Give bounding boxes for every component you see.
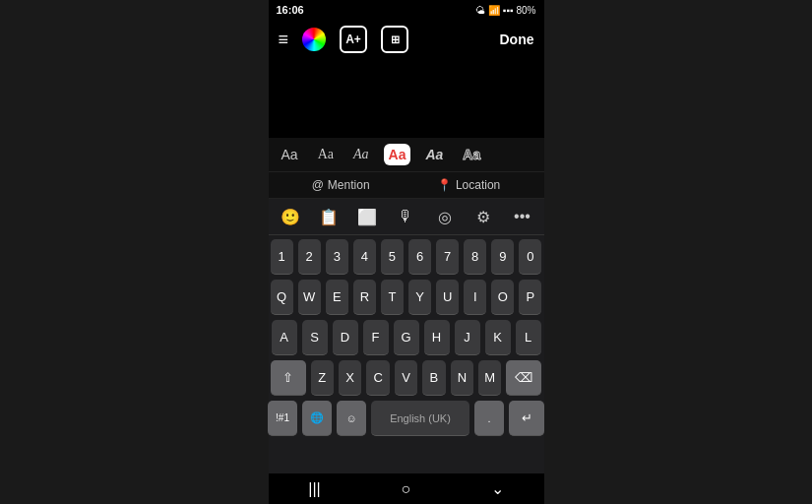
key-1[interactable]: 1 <box>271 239 293 275</box>
keyboard-accessories: 🙂 📋 ⬜ 🎙 ◎ ⚙ ••• <box>269 199 544 235</box>
key-i[interactable]: I <box>464 280 486 315</box>
key-6[interactable]: 6 <box>408 239 431 275</box>
key-t[interactable]: T <box>381 280 404 315</box>
num-switch-key[interactable]: !#1 <box>268 401 297 436</box>
bottom-row: !#1 🌐 ☺ English (UK) . ↵ <box>271 401 542 436</box>
app-toolbar: ≡ A+ ⊞ Done <box>269 20 544 59</box>
key-2[interactable]: 2 <box>298 239 321 275</box>
status-bar: 16:06 🌤 📶 ▪▪▪ 80% <box>269 0 544 20</box>
font-script[interactable]: Aa <box>348 144 374 165</box>
shift-key[interactable]: ⇧ <box>271 360 306 396</box>
font-regular[interactable]: Aa <box>277 144 303 165</box>
phone-screen: 16:06 🌤 📶 ▪▪▪ 80% ≡ A+ ⊞ Done Aa Aa Aa A… <box>269 0 544 504</box>
status-icons: 🌤 📶 ▪▪▪ 80% <box>475 5 536 16</box>
asdf-row: A S D F G H J K L <box>271 320 542 355</box>
qwerty-row: Q W E R T Y U I O P <box>271 280 542 315</box>
signal-icon: 📶 <box>488 5 500 16</box>
key-n[interactable]: N <box>451 360 473 396</box>
key-8[interactable]: 8 <box>464 239 486 275</box>
location-label: Location <box>456 178 500 192</box>
key-a[interactable]: A <box>272 320 297 355</box>
key-b[interactable]: B <box>422 360 445 396</box>
nav-back-icon[interactable]: ⌄ <box>491 479 504 498</box>
return-key[interactable]: ↵ <box>509 401 544 436</box>
period-key[interactable]: . <box>474 401 504 436</box>
nav-home-icon[interactable]: ○ <box>401 480 410 498</box>
nav-menu-icon[interactable]: ||| <box>308 480 320 498</box>
emoji-key[interactable]: ☺ <box>337 401 366 436</box>
key-y[interactable]: Y <box>408 280 431 315</box>
clipboard-icon[interactable]: 📋 <box>315 203 343 230</box>
key-f[interactable]: F <box>363 320 389 355</box>
key-0[interactable]: 0 <box>519 239 541 275</box>
image-insert-label: ⊞ <box>391 33 400 46</box>
settings-icon[interactable]: ⚙ <box>469 203 497 230</box>
key-j[interactable]: J <box>455 320 480 355</box>
key-d[interactable]: D <box>333 320 358 355</box>
spacebar[interactable]: English (UK) <box>371 401 469 436</box>
font-highlight[interactable]: Aa <box>384 144 411 165</box>
menu-icon[interactable]: ≡ <box>279 30 289 50</box>
done-button[interactable]: Done <box>500 32 534 47</box>
key-v[interactable]: V <box>395 360 417 396</box>
key-9[interactable]: 9 <box>491 239 514 275</box>
key-e[interactable]: E <box>326 280 348 315</box>
font-serif[interactable]: Aa <box>313 144 339 165</box>
emoji-acc-icon[interactable]: 🙂 <box>277 203 304 230</box>
key-p[interactable]: P <box>519 280 541 315</box>
key-m[interactable]: M <box>478 360 501 396</box>
mention-location-bar: @ Mention 📍 Location <box>269 172 544 199</box>
key-q[interactable]: Q <box>271 280 293 315</box>
location-button[interactable]: 📍 Location <box>437 178 500 192</box>
wifi-icon: ▪▪▪ <box>503 5 514 16</box>
globe-key[interactable]: 🌐 <box>302 401 332 436</box>
face-scan-icon[interactable]: ◎ <box>431 203 459 230</box>
right-background <box>544 0 812 504</box>
status-time: 16:06 <box>277 4 304 16</box>
key-s[interactable]: S <box>302 320 328 355</box>
mention-icon: @ <box>312 178 324 192</box>
mention-label: Mention <box>328 178 370 192</box>
color-wheel-button[interactable] <box>302 28 326 51</box>
number-row: 1 2 3 4 5 6 7 8 9 0 <box>271 239 542 275</box>
bottom-nav-bar: ||| ○ ⌄ <box>269 473 544 504</box>
key-w[interactable]: W <box>298 280 321 315</box>
image-insert-button[interactable]: ⊞ <box>381 26 408 53</box>
key-x[interactable]: X <box>339 360 361 396</box>
text-canvas[interactable] <box>269 59 544 138</box>
weather-icon: 🌤 <box>475 5 485 16</box>
more-icon[interactable]: ••• <box>508 203 535 230</box>
key-4[interactable]: 4 <box>353 239 376 275</box>
location-icon: 📍 <box>437 178 452 192</box>
key-h[interactable]: H <box>424 320 450 355</box>
key-c[interactable]: C <box>366 360 389 396</box>
key-l[interactable]: L <box>516 320 541 355</box>
text-style-label: A+ <box>345 32 361 46</box>
key-k[interactable]: K <box>485 320 511 355</box>
key-z[interactable]: Z <box>311 360 334 396</box>
keyboard: 1 2 3 4 5 6 7 8 9 0 Q W E R T Y U I O P … <box>269 235 544 473</box>
zxcv-row: ⇧ Z X C V B N M ⌫ <box>271 360 542 396</box>
battery-icon: 80% <box>516 5 535 16</box>
font-bold[interactable]: Aa <box>420 144 448 165</box>
delete-key[interactable]: ⌫ <box>506 360 541 396</box>
key-7[interactable]: 7 <box>436 239 459 275</box>
key-3[interactable]: 3 <box>326 239 348 275</box>
key-u[interactable]: U <box>436 280 459 315</box>
microphone-icon[interactable]: 🎙 <box>392 203 419 230</box>
key-g[interactable]: G <box>394 320 419 355</box>
key-o[interactable]: O <box>491 280 514 315</box>
font-outline[interactable]: Aa <box>458 144 485 165</box>
sticker-icon[interactable]: ⬜ <box>353 203 381 230</box>
mention-button[interactable]: @ Mention <box>312 178 370 192</box>
left-background <box>1 0 269 504</box>
font-selector: Aa Aa Aa Aa Aa Aa <box>269 138 544 172</box>
text-style-button[interactable]: A+ <box>340 26 367 53</box>
key-5[interactable]: 5 <box>381 239 404 275</box>
key-r[interactable]: R <box>353 280 376 315</box>
